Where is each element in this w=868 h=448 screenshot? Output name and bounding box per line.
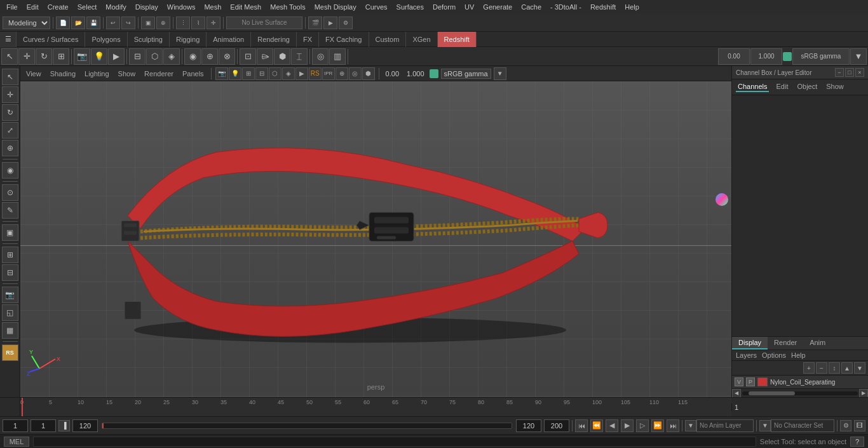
vp-menu-renderer[interactable]: Renderer bbox=[141, 69, 177, 79]
tab-sculpting[interactable]: Sculpting bbox=[128, 32, 170, 47]
workspace-dropdown[interactable]: Modeling bbox=[3, 17, 50, 29]
viewport[interactable]: View Shading Lighting Show Renderer Pane… bbox=[20, 66, 731, 397]
sym-btn[interactable]: ⊕ bbox=[201, 48, 218, 65]
transform-btn[interactable]: ✛ bbox=[18, 48, 35, 65]
soft-sel-btn[interactable]: ◉ bbox=[2, 162, 18, 179]
tab-redshift[interactable]: Redshift bbox=[438, 32, 477, 47]
status-help-btn[interactable]: ? bbox=[850, 437, 864, 447]
no-live-surface-btn[interactable]: No Live Surface bbox=[226, 17, 302, 29]
vp-shade-icon[interactable]: ⬡ bbox=[269, 67, 281, 80]
char-set-arrow-btn[interactable]: ▼ bbox=[759, 420, 771, 431]
layer-menu-help[interactable]: Help bbox=[791, 351, 806, 359]
layer-tab-anim[interactable]: Anim bbox=[803, 337, 832, 350]
camera-left-btn[interactable]: 📷 bbox=[2, 287, 18, 303]
snap-curve-btn[interactable]: ⌇ bbox=[191, 17, 205, 29]
tab-animation[interactable]: Animation bbox=[207, 32, 251, 47]
layer-menu-options[interactable]: Options bbox=[762, 351, 786, 359]
ch-tab-edit[interactable]: Edit bbox=[774, 82, 790, 92]
snap-left-btn[interactable]: ⊞ bbox=[2, 247, 18, 263]
snap-face-icon-btn[interactable]: ⬢ bbox=[274, 48, 290, 65]
input-field-btn[interactable]: 0.00 bbox=[718, 48, 750, 65]
layer-color-swatch[interactable] bbox=[757, 377, 768, 386]
layer-remove-btn[interactable]: − bbox=[816, 362, 827, 374]
vp-menu-panels[interactable]: Panels bbox=[179, 69, 207, 79]
pb-prev-1-btn[interactable]: ◀ bbox=[606, 419, 618, 432]
panel-x-btn[interactable]: × bbox=[855, 68, 864, 77]
gamma-dropdown[interactable]: sRGB gamma bbox=[792, 48, 850, 65]
no-anim-layer-label[interactable]: No Anim Layer bbox=[696, 419, 754, 432]
isolate-btn[interactable]: ◎ bbox=[312, 48, 329, 65]
redo-btn[interactable]: ↪ bbox=[121, 17, 135, 29]
rs-track[interactable] bbox=[742, 391, 858, 395]
vp-ipr-icon[interactable]: IPR bbox=[322, 67, 335, 80]
rotate-left-btn[interactable]: ↻ bbox=[2, 104, 18, 121]
menu-help[interactable]: Help bbox=[621, 2, 643, 12]
menu-3dtoall[interactable]: - 3DtoAll - bbox=[546, 2, 585, 12]
light-btn[interactable]: 💡 bbox=[91, 48, 107, 65]
tab-xgen[interactable]: XGen bbox=[406, 32, 437, 47]
anim-layer-arrow-btn[interactable]: ▼ bbox=[685, 420, 696, 431]
vp-menu-view[interactable]: View bbox=[23, 69, 44, 79]
snap-curve-icon-btn[interactable]: ⌲ bbox=[257, 48, 273, 65]
menu-display[interactable]: Display bbox=[132, 2, 162, 12]
scale-btn[interactable]: ⊞ bbox=[53, 48, 69, 65]
vp-resolution-icon[interactable]: ⬢ bbox=[362, 67, 375, 80]
menu-edit-mesh[interactable]: Edit Mesh bbox=[226, 2, 265, 12]
group-btn[interactable]: ▥ bbox=[329, 48, 346, 65]
ch-tab-object[interactable]: Object bbox=[795, 82, 819, 92]
menu-edit[interactable]: Edit bbox=[23, 2, 43, 12]
pb-max-end[interactable]: 200 bbox=[544, 419, 569, 432]
pb-next-frame-btn[interactable]: ⏩ bbox=[651, 419, 664, 432]
menu-mesh-display[interactable]: Mesh Display bbox=[311, 2, 360, 12]
pb-max-frame[interactable]: 120 bbox=[516, 419, 541, 432]
tab-rendering[interactable]: Rendering bbox=[251, 32, 297, 47]
layer-v-btn[interactable]: V bbox=[735, 377, 743, 386]
render-settings-btn[interactable]: ⚙ bbox=[339, 17, 353, 29]
menu-toggle-btn[interactable]: ☰ bbox=[0, 32, 17, 47]
menu-file[interactable]: File bbox=[3, 2, 22, 12]
vp-wireframe-icon[interactable]: ⊟ bbox=[255, 67, 268, 80]
vp-grid-icon[interactable]: ⊞ bbox=[242, 67, 255, 80]
panel-max-btn[interactable]: □ bbox=[845, 68, 854, 77]
select-tool-btn[interactable]: ↖ bbox=[1, 48, 18, 65]
show-manip-btn[interactable]: ▣ bbox=[2, 224, 18, 241]
gamma-arrow[interactable]: ▼ bbox=[850, 48, 867, 65]
pb-to-end-btn[interactable]: ⏭ bbox=[667, 419, 679, 432]
ortho-cam-btn[interactable]: ▦ bbox=[2, 322, 18, 339]
tab-rigging[interactable]: Rigging bbox=[170, 32, 207, 47]
pb-next-1-btn[interactable]: ▷ bbox=[636, 419, 649, 432]
undo-btn[interactable]: ↩ bbox=[106, 17, 120, 29]
menu-select[interactable]: Select bbox=[74, 2, 101, 12]
vp-snap-icon[interactable]: ⊕ bbox=[336, 67, 348, 80]
layer-tab-display[interactable]: Display bbox=[732, 337, 768, 350]
vp-gamma-arrow[interactable]: ▼ bbox=[494, 67, 506, 80]
scale-left-btn[interactable]: ⤢ bbox=[2, 122, 18, 139]
layer-tab-render[interactable]: Render bbox=[768, 337, 803, 350]
pb-anim-icon[interactable]: 🎞 bbox=[854, 420, 865, 431]
menu-deform[interactable]: Deform bbox=[429, 2, 459, 12]
menu-generate[interactable]: Generate bbox=[479, 2, 516, 12]
menu-mesh-tools[interactable]: Mesh Tools bbox=[266, 2, 309, 12]
snap-grid-icon-btn[interactable]: ⊡ bbox=[240, 48, 256, 65]
camera-btn[interactable]: 📷 bbox=[74, 48, 90, 65]
vp-isolate-icon[interactable]: ◎ bbox=[349, 67, 362, 80]
vp-gamma-display[interactable]: sRGB gamma bbox=[441, 69, 491, 79]
vp-rsrender-icon[interactable]: RS bbox=[309, 67, 322, 80]
vp-menu-lighting[interactable]: Lighting bbox=[81, 69, 112, 79]
snap-edge-icon-btn[interactable]: ⌶ bbox=[291, 48, 308, 65]
pb-range-end[interactable]: 120 bbox=[72, 419, 98, 432]
layer-p-btn[interactable]: P bbox=[746, 377, 755, 386]
pb-frame-start[interactable]: 1 bbox=[3, 419, 28, 432]
tab-custom[interactable]: Custom bbox=[369, 32, 407, 47]
render-view-btn[interactable]: ▶ bbox=[108, 48, 125, 65]
layer-menu-layers[interactable]: Layers bbox=[736, 351, 757, 359]
snap-grid-btn[interactable]: ⋮ bbox=[176, 17, 190, 29]
tab-fx[interactable]: FX bbox=[297, 32, 319, 47]
layer-move-up-btn[interactable]: ▲ bbox=[841, 362, 853, 374]
pb-prev-frame-btn[interactable]: ⏪ bbox=[590, 419, 603, 432]
command-input[interactable] bbox=[33, 437, 756, 447]
tab-curves-surfaces[interactable]: Curves / Surfaces bbox=[17, 32, 85, 47]
texture-btn[interactable]: ◈ bbox=[163, 48, 180, 65]
viewport-canvas[interactable]: X Y Z persp bbox=[20, 81, 731, 397]
panel-close-btn[interactable]: − bbox=[835, 68, 844, 77]
